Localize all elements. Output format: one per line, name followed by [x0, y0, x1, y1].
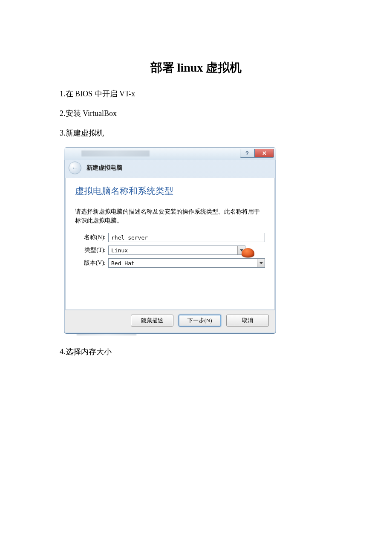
- version-label: 版本(V):: [75, 259, 108, 267]
- close-button[interactable]: ✕: [254, 149, 274, 158]
- titlebar-blurred-text: [81, 150, 150, 156]
- back-button[interactable]: ←: [69, 162, 81, 174]
- step-4: 4.选择内存大小: [60, 347, 332, 357]
- version-select[interactable]: [108, 258, 265, 268]
- titlebar: ? ✕: [64, 148, 276, 160]
- dialog-description: 请选择新虚拟电脑的描述名称及要安装的操作系统类型。此名称将用于标识此虚拟电脑。: [75, 207, 265, 225]
- step-3: 3.新建虚拟机: [60, 128, 332, 138]
- type-select[interactable]: [108, 246, 245, 255]
- section-heading: 虚拟电脑名称和系统类型: [75, 185, 265, 197]
- dialog-shadow: [77, 334, 136, 335]
- name-input[interactable]: [108, 233, 265, 242]
- step-2: 2.安装 VirtualBox: [60, 108, 332, 119]
- type-label: 类型(T):: [75, 246, 108, 254]
- document-title: 部署 linux 虚拟机: [60, 60, 332, 76]
- step-1: 1.在 BIOS 中开启 VT-x: [60, 89, 332, 99]
- wizard-title: 新建虚拟电脑: [86, 164, 122, 172]
- name-label: 名称(N):: [75, 234, 108, 241]
- cancel-button[interactable]: 取消: [226, 315, 269, 327]
- next-button[interactable]: 下一步(N): [179, 315, 221, 327]
- virtualbox-dialog: www.bdocx.com ? ✕ ← 新建虚拟电脑 虚拟电脑名称和系统类型 请…: [64, 147, 276, 335]
- help-button[interactable]: ?: [240, 149, 254, 158]
- hide-description-button[interactable]: 隐藏描述: [131, 315, 173, 327]
